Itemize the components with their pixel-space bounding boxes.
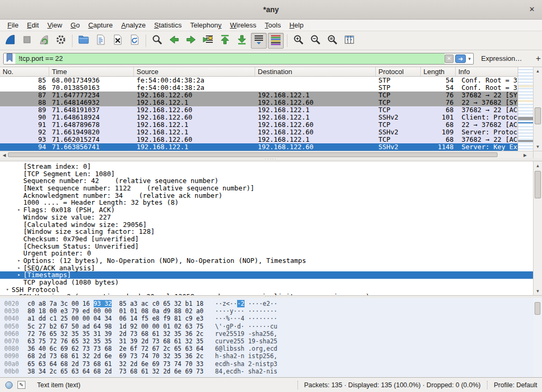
hex-row[interactable]: 0040a1 dd c1 25 00 00 04 34 06 14 f5 e8 … [0,315,542,322]
packet-row[interactable]: 8971.648191037192.168.122.60192.168.122.… [0,106,518,114]
filter-clear-button[interactable]: ✕ [445,54,454,63]
hex-row[interactable]: 003080 18 00 e3 79 ed 00 00 01 01 08 0a … [0,307,542,315]
vscroll-thumb[interactable] [535,171,541,198]
capture-options-button[interactable] [53,33,69,49]
detail-line-ssh-protocol[interactable]: ▾SSH Protocol [0,286,533,294]
restart-capture-button[interactable] [36,33,52,49]
resize-columns-button[interactable] [341,33,357,49]
scroll-left-icon[interactable]: ◀ [2,153,7,158]
hex-vscrollbar[interactable] [534,298,542,377]
scroll-down-icon[interactable]: ▼ [534,144,542,149]
packet-row[interactable]: 8871.648146932192.168.122.1192.168.122.6… [0,99,518,106]
detail-line[interactable]: [Next sequence number: 1122 (relative se… [0,185,533,192]
close-file-button[interactable] [110,33,125,49]
filter-bookmark-button[interactable] [4,53,15,64]
hex-row[interactable]: 008036 40 6c 69 62 73 73 68 2e 6f 72 67 … [0,345,542,352]
detail-line[interactable]: [Checksum Status: Unverified] [0,243,533,250]
detail-line[interactable]: Sequence number: 42 (relative sequence n… [0,177,533,185]
menu-help[interactable]: Help [285,20,308,30]
packet-row[interactable]: 9071.648618924192.168.122.60192.168.122.… [0,114,518,121]
detail-line[interactable]: Urgent pointer: 0 [0,250,533,257]
detail-line-selected[interactable]: ▸[Timestamps] [0,271,533,279]
colorize-packets-button[interactable] [268,33,284,49]
filter-input[interactable] [15,53,445,64]
zoom-in-button[interactable] [291,33,306,49]
detail-line[interactable]: 1000 .... = Header Length: 32 bytes (8) [0,199,533,206]
hex-row[interactable]: 00a065 63 64 68 2d 73 68 61 32 2d 6e 69 … [0,360,542,368]
detail-line[interactable]: [Calculated window size: 29056] [0,221,533,229]
column-header-time[interactable]: Time [49,67,134,76]
menu-file[interactable]: File [3,20,23,30]
go-forward-button[interactable] [183,33,199,49]
close-window-button[interactable]: ✕ [527,5,537,14]
capture-comment-icon[interactable]: ✎ [17,381,25,389]
auto-scroll-button[interactable] [251,33,267,49]
packet-row[interactable]: 9271.661949820192.168.122.1192.168.122.6… [0,129,518,136]
vscroll-thumb[interactable] [535,107,541,124]
zoom-100-button[interactable] [324,33,340,49]
packet-row-selected[interactable]: 9471.663856741192.168.122.1192.168.122.6… [0,143,518,151]
vscroll-thumb[interactable] [535,302,540,315]
expression-button[interactable]: Expression… [481,54,522,62]
column-header-protocol[interactable]: Protocol [376,67,421,76]
menu-tools[interactable]: Tools [260,20,285,30]
go-to-bottom-button[interactable] [234,33,250,49]
menu-analyze[interactable]: Analyze [117,20,150,30]
detail-line-expandable[interactable]: ▸[SEQ/ACK analysis] [0,265,533,272]
menu-capture[interactable]: Capture [84,20,117,30]
hex-row[interactable]: 00b038 34 2c 65 63 64 68 2d 73 68 61 32 … [0,368,542,375]
menu-statistics[interactable]: Statistics [150,20,186,30]
menu-wireless[interactable]: Wireless [226,20,261,30]
detail-line[interactable]: Acknowledgment number: 34 (relative ack … [0,192,533,199]
open-file-button[interactable] [76,33,92,49]
zoom-out-button[interactable] [308,33,323,49]
filter-apply-button[interactable]: ➜ [455,54,466,63]
stop-capture-button[interactable] [19,33,35,49]
filter-dropdown-caret[interactable]: ▾ [466,56,473,61]
packet-row[interactable]: 8670.013850163fe:54:00:d4:38:2aSTP54Conf… [0,84,518,92]
detail-line-expandable[interactable]: ▸Flags: 0x018 (PSH, ACK) [0,206,533,214]
save-file-button[interactable] [93,33,109,49]
packet-row[interactable]: 9371.662015274192.168.122.60192.168.122.… [0,136,518,143]
scroll-right-icon[interactable]: ▶ [522,153,528,158]
menu-view[interactable]: View [43,20,66,30]
packet-list-minimap[interactable] [518,67,533,151]
detail-line[interactable]: [TCP Segment Len: 1080] [0,170,533,178]
scroll-up-icon[interactable]: ▲ [534,69,542,74]
detail-line[interactable]: [Stream index: 0] [0,163,533,170]
go-to-packet-button[interactable] [200,33,216,49]
hex-row-highlighted[interactable]: 0020 c0 a8 7a 3c 00 16 93 32 85 a3 ac c0… [0,300,542,307]
hscroll-thumb[interactable] [8,152,498,157]
hex-row[interactable]: 007063 75 72 76 65 32 35 35 31 39 2d 73 … [0,338,542,345]
go-to-top-button[interactable] [217,33,233,49]
packet-list-vscrollbar[interactable]: ▲ ▼ [533,67,542,151]
go-back-button[interactable] [166,33,182,49]
detail-line[interactable]: TCP payload (1080 bytes) [0,279,533,286]
reload-file-button[interactable] [127,33,142,49]
detail-line[interactable]: Window size value: 227 [0,214,533,221]
column-header-length[interactable]: Length [421,67,456,76]
find-packet-button[interactable] [149,33,165,49]
expert-info-icon[interactable] [5,381,13,389]
column-header-no[interactable]: No. [0,67,49,76]
hex-row[interactable]: 009068 2d 73 68 61 32 2d 6e 69 73 74 70 … [0,352,542,360]
column-header-source[interactable]: Source [134,67,255,76]
status-profile[interactable]: Profile: Default [494,381,537,389]
detail-line[interactable]: Checksum: 0x79ed [unverified] [0,235,533,243]
packet-row[interactable]: 8771.647777234192.168.122.60192.168.122.… [0,92,518,99]
column-header-destination[interactable]: Destination [255,67,376,76]
detail-line[interactable]: [Window size scaling factor: 128] [0,228,533,235]
menu-telephony[interactable]: Telephony [186,20,225,30]
start-capture-button[interactable] [2,33,18,49]
hex-row[interactable]: 00505c 27 b2 67 50 ad 64 98 1d 92 00 00 … [0,323,542,330]
packet-row[interactable]: 8568.001734936fe:54:00:d4:38:2aSTP54Conf… [0,77,518,84]
detail-line-expandable[interactable]: ▸Options: (12 bytes), No-Operation (NOP)… [0,257,533,265]
hex-row[interactable]: 006072 76 65 32 35 35 31 39 2d 73 68 61 … [0,330,542,338]
menu-edit[interactable]: Edit [23,20,43,30]
detail-vscrollbar[interactable]: ▲ ▼ [533,161,542,295]
packet-row[interactable]: 9171.648789678192.168.122.1192.168.122.6… [0,121,518,129]
scroll-down-icon[interactable]: ▼ [534,289,542,294]
add-filter-button[interactable]: + [536,54,540,63]
menu-go[interactable]: Go [66,20,84,30]
scroll-up-icon[interactable]: ▲ [534,163,542,168]
